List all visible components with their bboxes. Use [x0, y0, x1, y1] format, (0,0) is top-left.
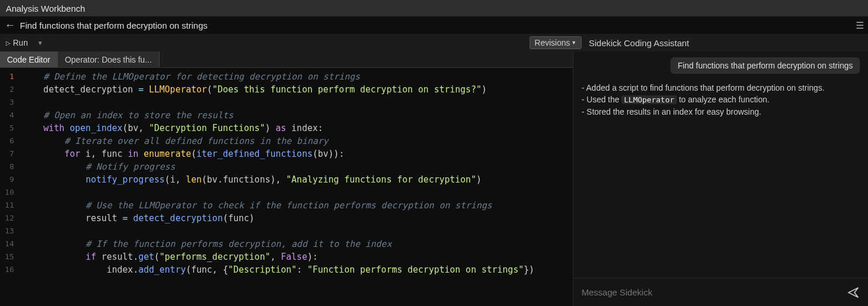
- assistant-line: - Stored the results in an index for eas…: [582, 106, 860, 118]
- back-arrow-icon[interactable]: ←: [5, 19, 15, 32]
- chevron-down-icon: ▼: [571, 40, 576, 46]
- revisions-label: Revisions: [535, 38, 570, 47]
- line-number: 7: [0, 147, 14, 160]
- line-number: 15: [0, 250, 14, 263]
- query-bar: ← Find functions that perform decryption…: [0, 16, 868, 34]
- line-number: 8: [0, 160, 14, 173]
- tab-operator[interactable]: Operator: Does this fu...: [58, 51, 160, 67]
- assistant-line: - Used the LLMOperator to analyze each f…: [582, 94, 860, 106]
- code-editor[interactable]: 12345678910111213141516 # Define the LLM…: [0, 68, 573, 306]
- titlebar: Analysis Workbench: [0, 0, 868, 16]
- chat-area: Find functions that perform decryption o…: [573, 51, 868, 278]
- run-label: Run: [13, 38, 28, 47]
- tab-label: Code Editor: [7, 55, 50, 64]
- code-line[interactable]: [22, 225, 568, 238]
- play-icon: ▷: [6, 40, 11, 46]
- line-number: 9: [0, 173, 14, 186]
- assistant-message: - Added a script to find functions that …: [582, 82, 860, 118]
- toolbar: ▷ Run ▼ Revisions ▼ Sidekick Coding Assi…: [0, 34, 868, 51]
- editor-pane: Code Editor Operator: Does this fu... 12…: [0, 51, 573, 306]
- line-number: 3: [0, 96, 14, 109]
- user-message-text: Find functions that perform decryption o…: [677, 61, 853, 70]
- code-line[interactable]: for i, func in enumerate(iter_defined_fu…: [22, 147, 568, 160]
- code-line[interactable]: index.add_entry(func, {"Description": "F…: [22, 263, 568, 276]
- code-line[interactable]: # Define the LLMOperator for detecting d…: [22, 70, 568, 83]
- run-button[interactable]: ▷ Run: [4, 37, 30, 49]
- line-number: 2: [0, 83, 14, 96]
- code-line[interactable]: result = detect_decryption(func): [22, 212, 568, 225]
- tab-label: Operator: Does this fu...: [65, 55, 152, 64]
- line-number: 13: [0, 225, 14, 238]
- run-dropdown-chevron-icon[interactable]: ▼: [37, 40, 43, 46]
- assistant-line: - Added a script to find functions that …: [582, 82, 860, 94]
- hamburger-menu-icon[interactable]: ☰: [856, 20, 863, 31]
- query-text: Find functions that perform decryption o…: [20, 20, 856, 30]
- editor-tabs: Code Editor Operator: Does this fu...: [0, 51, 573, 68]
- tab-code-editor[interactable]: Code Editor: [0, 51, 58, 67]
- code-line[interactable]: if result.get("performs_decryption", Fal…: [22, 250, 568, 263]
- sidekick-pane: Find functions that perform decryption o…: [573, 51, 868, 306]
- code-line[interactable]: # If the function performs decryption, a…: [22, 238, 568, 250]
- line-number: 1: [0, 70, 14, 83]
- line-number: 10: [0, 186, 14, 199]
- line-gutter: 12345678910111213141516: [0, 68, 18, 306]
- chat-input-row: [573, 278, 868, 306]
- code-line[interactable]: detect_decryption = LLMOperator("Does th…: [22, 83, 568, 96]
- line-number: 14: [0, 238, 14, 250]
- line-number: 11: [0, 199, 14, 212]
- code-line[interactable]: with open_index(bv, "Decryption Function…: [22, 122, 568, 135]
- line-number: 12: [0, 212, 14, 225]
- app-title: Analysis Workbench: [6, 4, 85, 13]
- code-line[interactable]: notify_progress(i, len(bv.functions), "A…: [22, 173, 568, 186]
- code-line[interactable]: # Use the LLMOperator to check if the fu…: [22, 199, 568, 212]
- code-line[interactable]: # Notify progress: [22, 160, 568, 173]
- line-number: 5: [0, 122, 14, 135]
- chat-input[interactable]: [582, 287, 847, 297]
- code-area[interactable]: # Define the LLMOperator for detecting d…: [18, 68, 573, 306]
- code-line[interactable]: # Iterate over all defined functions in …: [22, 135, 568, 147]
- code-line[interactable]: [22, 186, 568, 199]
- user-message: Find functions that perform decryption o…: [670, 57, 860, 74]
- sidekick-panel-title: Sidekick Coding Assistant: [589, 38, 689, 48]
- line-number: 6: [0, 135, 14, 147]
- line-number: 4: [0, 109, 14, 122]
- code-line[interactable]: [22, 96, 568, 109]
- line-number: 16: [0, 263, 14, 276]
- code-line[interactable]: # Open an index to store the results: [22, 109, 568, 122]
- send-icon[interactable]: [847, 286, 860, 299]
- revisions-button[interactable]: Revisions ▼: [530, 36, 582, 49]
